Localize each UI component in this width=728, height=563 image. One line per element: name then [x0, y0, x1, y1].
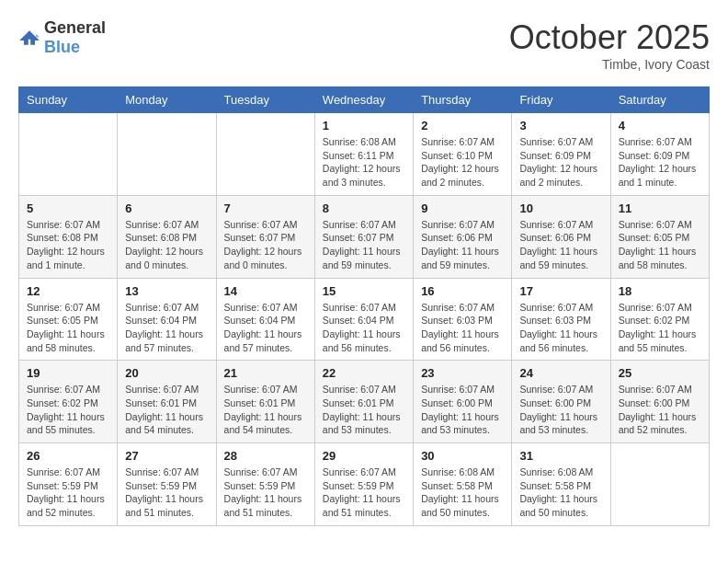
weekday-header: Tuesday: [216, 87, 314, 113]
calendar-cell: 11Sunrise: 6:07 AMSunset: 6:05 PMDayligh…: [610, 195, 709, 278]
calendar-cell: 20Sunrise: 6:07 AMSunset: 6:01 PMDayligh…: [118, 361, 216, 443]
calendar-week-row: 5Sunrise: 6:07 AMSunset: 6:08 PMDaylight…: [19, 195, 710, 278]
day-number: 3: [519, 119, 602, 132]
calendar-cell: 16Sunrise: 6:07 AMSunset: 6:03 PMDayligh…: [414, 278, 512, 361]
day-info: Sunrise: 6:07 AMSunset: 6:01 PMDaylight:…: [224, 383, 307, 437]
day-number: 28: [224, 449, 307, 463]
day-info: Sunrise: 6:07 AMSunset: 6:04 PMDaylight:…: [323, 301, 405, 355]
calendar-cell: 27Sunrise: 6:07 AMSunset: 5:59 PMDayligh…: [118, 443, 216, 526]
calendar-cell: 31Sunrise: 6:08 AMSunset: 5:58 PMDayligh…: [512, 443, 610, 526]
day-number: 8: [323, 201, 405, 215]
day-info: Sunrise: 6:07 AMSunset: 5:59 PMDaylight:…: [323, 465, 405, 520]
day-info: Sunrise: 6:08 AMSunset: 5:58 PMDaylight:…: [519, 465, 602, 520]
calendar-cell: 25Sunrise: 6:07 AMSunset: 6:00 PMDayligh…: [610, 361, 709, 443]
day-number: 14: [224, 284, 307, 298]
calendar-cell: [216, 113, 314, 196]
day-info: Sunrise: 6:07 AMSunset: 6:09 PMDaylight:…: [619, 135, 701, 190]
day-number: 6: [125, 201, 208, 215]
svg-marker-0: [19, 30, 40, 45]
day-info: Sunrise: 6:07 AMSunset: 6:03 PMDaylight:…: [421, 301, 504, 355]
calendar-cell: 28Sunrise: 6:07 AMSunset: 5:59 PMDayligh…: [216, 443, 314, 526]
calendar-cell: [118, 113, 216, 196]
calendar-cell: 14Sunrise: 6:07 AMSunset: 6:04 PMDayligh…: [216, 278, 314, 361]
location: Timbe, Ivory Coast: [509, 57, 710, 72]
day-number: 23: [421, 366, 504, 380]
day-number: 5: [27, 201, 109, 215]
calendar-week-row: 1Sunrise: 6:08 AMSunset: 6:11 PMDaylight…: [19, 113, 710, 196]
calendar-cell: 8Sunrise: 6:07 AMSunset: 6:07 PMDaylight…: [314, 195, 413, 278]
calendar-week-row: 12Sunrise: 6:07 AMSunset: 6:05 PMDayligh…: [19, 278, 710, 361]
day-info: Sunrise: 6:08 AMSunset: 5:58 PMDaylight:…: [421, 465, 504, 520]
day-info: Sunrise: 6:07 AMSunset: 6:06 PMDaylight:…: [421, 218, 504, 272]
day-number: 25: [619, 366, 701, 380]
day-info: Sunrise: 6:07 AMSunset: 6:10 PMDaylight:…: [421, 135, 504, 190]
calendar-cell: 3Sunrise: 6:07 AMSunset: 6:09 PMDaylight…: [512, 113, 610, 196]
day-number: 13: [125, 284, 208, 298]
title-area: October 2025 Timbe, Ivory Coast: [509, 18, 710, 72]
calendar-cell: 4Sunrise: 6:07 AMSunset: 6:09 PMDaylight…: [610, 113, 709, 196]
day-number: 31: [519, 449, 602, 463]
day-number: 12: [27, 284, 109, 298]
weekday-header: Thursday: [414, 87, 512, 113]
day-number: 10: [519, 201, 602, 215]
calendar-cell: 15Sunrise: 6:07 AMSunset: 6:04 PMDayligh…: [314, 278, 413, 361]
calendar-cell: 5Sunrise: 6:07 AMSunset: 6:08 PMDaylight…: [19, 195, 118, 278]
day-number: 20: [125, 366, 208, 380]
calendar-cell: 13Sunrise: 6:07 AMSunset: 6:04 PMDayligh…: [118, 278, 216, 361]
calendar-cell: 26Sunrise: 6:07 AMSunset: 5:59 PMDayligh…: [19, 443, 118, 526]
day-info: Sunrise: 6:07 AMSunset: 6:01 PMDaylight:…: [323, 383, 405, 437]
day-info: Sunrise: 6:07 AMSunset: 6:00 PMDaylight:…: [619, 383, 701, 437]
calendar-cell: 9Sunrise: 6:07 AMSunset: 6:06 PMDaylight…: [414, 195, 512, 278]
weekday-header: Wednesday: [314, 87, 413, 113]
day-info: Sunrise: 6:07 AMSunset: 5:59 PMDaylight:…: [224, 465, 307, 520]
day-number: 22: [323, 366, 405, 380]
calendar-cell: 24Sunrise: 6:07 AMSunset: 6:00 PMDayligh…: [512, 361, 610, 443]
day-number: 1: [323, 119, 405, 132]
day-info: Sunrise: 6:07 AMSunset: 6:00 PMDaylight:…: [421, 383, 504, 437]
day-number: 26: [27, 449, 109, 463]
logo-text: General Blue: [44, 18, 106, 57]
day-info: Sunrise: 6:08 AMSunset: 6:11 PMDaylight:…: [323, 135, 405, 190]
day-number: 16: [421, 284, 504, 298]
logo-blue: Blue: [44, 38, 80, 56]
day-info: Sunrise: 6:07 AMSunset: 6:04 PMDaylight:…: [224, 301, 307, 355]
day-number: 9: [421, 201, 504, 215]
calendar-week-row: 26Sunrise: 6:07 AMSunset: 5:59 PMDayligh…: [19, 443, 710, 526]
logo: General Blue: [18, 18, 106, 57]
calendar-cell: 10Sunrise: 6:07 AMSunset: 6:06 PMDayligh…: [512, 195, 610, 278]
calendar-table: SundayMondayTuesdayWednesdayThursdayFrid…: [18, 86, 710, 526]
day-info: Sunrise: 6:07 AMSunset: 5:59 PMDaylight:…: [125, 465, 208, 520]
day-info: Sunrise: 6:07 AMSunset: 6:02 PMDaylight:…: [27, 383, 109, 437]
weekday-header: Saturday: [610, 87, 709, 113]
calendar-cell: 6Sunrise: 6:07 AMSunset: 6:08 PMDaylight…: [118, 195, 216, 278]
day-info: Sunrise: 6:07 AMSunset: 6:03 PMDaylight:…: [519, 301, 602, 355]
calendar-cell: 7Sunrise: 6:07 AMSunset: 6:07 PMDaylight…: [216, 195, 314, 278]
day-info: Sunrise: 6:07 AMSunset: 6:04 PMDaylight:…: [125, 301, 208, 355]
day-info: Sunrise: 6:07 AMSunset: 6:02 PMDaylight:…: [619, 301, 701, 355]
logo-general: General: [44, 18, 106, 37]
day-number: 30: [421, 449, 504, 463]
day-info: Sunrise: 6:07 AMSunset: 6:07 PMDaylight:…: [224, 218, 307, 272]
calendar-cell: 23Sunrise: 6:07 AMSunset: 6:00 PMDayligh…: [414, 361, 512, 443]
calendar-week-row: 19Sunrise: 6:07 AMSunset: 6:02 PMDayligh…: [19, 361, 710, 443]
weekday-header-row: SundayMondayTuesdayWednesdayThursdayFrid…: [19, 87, 710, 113]
month-title: October 2025: [509, 18, 710, 57]
day-number: 24: [519, 366, 602, 380]
page-header: General Blue October 2025 Timbe, Ivory C…: [18, 18, 710, 72]
day-number: 18: [619, 284, 701, 298]
day-number: 4: [619, 119, 701, 132]
calendar-cell: 29Sunrise: 6:07 AMSunset: 5:59 PMDayligh…: [314, 443, 413, 526]
calendar-cell: 1Sunrise: 6:08 AMSunset: 6:11 PMDaylight…: [314, 113, 413, 196]
weekday-header: Monday: [118, 87, 216, 113]
calendar-cell: 17Sunrise: 6:07 AMSunset: 6:03 PMDayligh…: [512, 278, 610, 361]
day-info: Sunrise: 6:07 AMSunset: 6:00 PMDaylight:…: [519, 383, 602, 437]
day-info: Sunrise: 6:07 AMSunset: 6:05 PMDaylight:…: [27, 301, 109, 355]
calendar-cell: 18Sunrise: 6:07 AMSunset: 6:02 PMDayligh…: [610, 278, 709, 361]
day-info: Sunrise: 6:07 AMSunset: 6:01 PMDaylight:…: [125, 383, 208, 437]
day-info: Sunrise: 6:07 AMSunset: 5:59 PMDaylight:…: [27, 465, 109, 520]
day-info: Sunrise: 6:07 AMSunset: 6:09 PMDaylight:…: [519, 135, 602, 190]
weekday-header: Friday: [512, 87, 610, 113]
logo-icon: [18, 27, 40, 49]
day-number: 17: [519, 284, 602, 298]
day-number: 2: [421, 119, 504, 132]
